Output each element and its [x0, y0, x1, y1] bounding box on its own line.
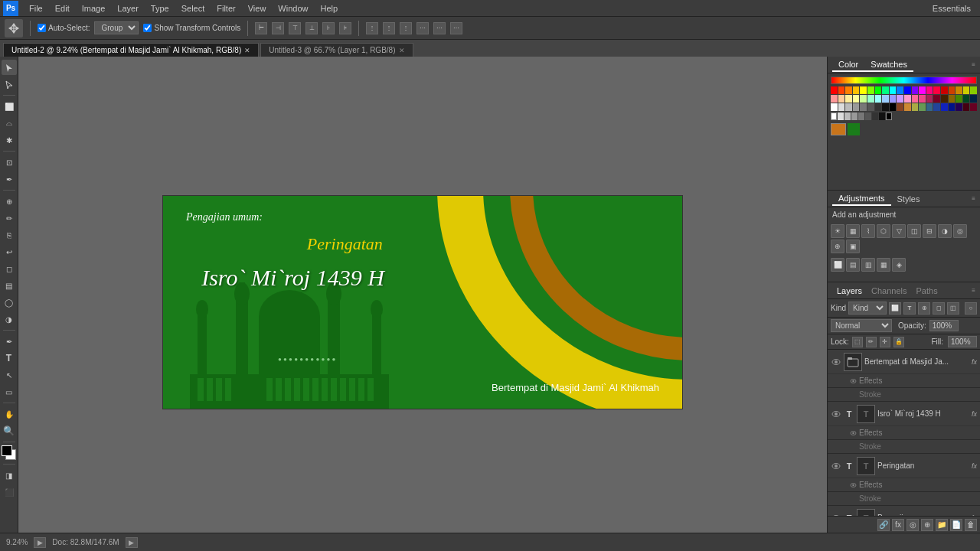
color-panel-header[interactable]: Color Swatches ≡	[828, 57, 980, 73]
filter-smart-icon[interactable]: ◫	[947, 302, 959, 315]
layer-sub-item[interactable]: Stroke	[828, 440, 980, 454]
lock-all-icon[interactable]: 🔒	[893, 337, 904, 347]
lock-image-icon[interactable]: ✏	[866, 337, 877, 347]
filter-pixel-icon[interactable]: ⬜	[889, 302, 901, 315]
opacity-input[interactable]	[929, 320, 959, 331]
tab-untitled2[interactable]: Untitled-2 @ 9.24% (Bertempat di Masjid …	[3, 43, 259, 57]
light-grey-color[interactable]	[838, 112, 844, 120]
swatch-color[interactable]	[853, 95, 860, 103]
foreground-background-colors[interactable]	[2, 445, 17, 461]
layers-tab[interactable]: Layers	[832, 285, 867, 297]
zoom-status-icon[interactable]: ▶	[34, 537, 46, 548]
swatch-color[interactable]	[933, 86, 940, 94]
tab-untitled3[interactable]: Untitled-3 @ 66.7% (Layer 1, RGB/8) ✕	[260, 43, 413, 57]
add-mask-btn[interactable]: ◎	[906, 519, 919, 531]
swatch-color[interactable]	[970, 95, 977, 103]
swatch-color[interactable]	[875, 103, 882, 111]
swatch-color[interactable]	[941, 103, 948, 111]
distribute-right-icon[interactable]: ⋮	[400, 22, 412, 34]
swatch-color[interactable]	[831, 103, 838, 111]
swatch-color[interactable]	[963, 86, 970, 94]
swatch-color[interactable]	[933, 95, 940, 103]
status-arrow-btn[interactable]: ▶	[126, 537, 138, 548]
levels-adjustment-icon[interactable]: ▦	[846, 224, 860, 238]
swatch-color[interactable]	[882, 103, 889, 111]
move-tool-btn[interactable]	[5, 19, 23, 37]
dodge-tool[interactable]: ◑	[2, 311, 17, 327]
align-right-icon[interactable]: ⊤	[289, 22, 301, 34]
swatch-color[interactable]	[897, 103, 903, 111]
swatch-color[interactable]	[875, 86, 882, 94]
selection-tool[interactable]	[2, 60, 17, 75]
auto-select-type[interactable]: Group Layer	[94, 21, 139, 34]
crop-tool[interactable]: ⊡	[2, 155, 17, 170]
path-selection-tool[interactable]: ↖	[2, 367, 17, 383]
distribute-top-icon[interactable]: ⋯	[416, 22, 429, 34]
swatch-color[interactable]	[890, 103, 897, 111]
green-swatch[interactable]	[848, 123, 860, 135]
swatch-color[interactable]	[860, 86, 867, 94]
swatch-color[interactable]	[933, 103, 940, 111]
brightness-adjustment-icon[interactable]: ☀	[831, 224, 844, 238]
screen-mode-tool[interactable]: ⬛	[2, 484, 17, 500]
swatch-color[interactable]	[831, 86, 838, 94]
black-color[interactable]	[886, 112, 892, 120]
white-color[interactable]	[831, 112, 837, 120]
swatch-color[interactable]	[926, 95, 933, 103]
tab-close-untitled2[interactable]: ✕	[244, 47, 250, 54]
swatch-color[interactable]	[882, 86, 889, 94]
fill-input[interactable]	[948, 336, 977, 347]
swatch-color[interactable]	[853, 86, 860, 94]
swatch-color[interactable]	[860, 103, 867, 111]
align-center-h-icon[interactable]: ⊣	[272, 22, 284, 34]
sub-item-eye[interactable]	[849, 391, 857, 399]
workspace-switcher[interactable]: Essentials	[933, 4, 977, 13]
menu-layer[interactable]: Layer	[111, 2, 145, 15]
sub-item-eye[interactable]	[849, 377, 857, 385]
layer-sub-item[interactable]: Stroke	[828, 388, 980, 402]
canvas-area[interactable]: Pengajian umum: Peringatan Isro` Mi`roj …	[18, 57, 827, 533]
layer-row[interactable]: TTPeringatanfx	[828, 454, 980, 478]
swatch-color[interactable]	[956, 95, 962, 103]
hand-tool[interactable]: ✋	[2, 406, 17, 422]
swatch-color[interactable]	[867, 95, 874, 103]
swatch-color[interactable]	[912, 103, 919, 111]
zoom-tool[interactable]: 🔍	[2, 423, 17, 439]
eraser-tool[interactable]: ◻	[2, 261, 17, 276]
adjustments-tab[interactable]: Adjustments	[832, 192, 891, 206]
adjustments-collapse[interactable]: ≡	[972, 195, 975, 202]
gradient-map-icon[interactable]: ▦	[877, 258, 890, 272]
color-tab[interactable]: Color	[832, 58, 864, 72]
swatch-color[interactable]	[845, 86, 852, 94]
swatch-color[interactable]	[882, 95, 889, 103]
swatch-color[interactable]	[845, 103, 852, 111]
quick-mask-tool[interactable]: ◨	[2, 468, 17, 483]
swatch-color[interactable]	[912, 95, 919, 103]
blur-tool[interactable]: ◯	[2, 295, 17, 310]
swatch-color[interactable]	[963, 95, 970, 103]
sub-item-eye[interactable]	[849, 429, 857, 437]
threshold-adjustment-icon[interactable]: ▥	[861, 258, 875, 272]
bw-adjustment-icon[interactable]: ◑	[938, 224, 952, 238]
quick-select-tool[interactable]: ✱	[2, 132, 17, 148]
auto-select-checkbox[interactable]	[38, 24, 46, 32]
align-bottom-icon[interactable]: ⊧	[339, 22, 351, 34]
channels-tab[interactable]: Channels	[867, 285, 911, 297]
shape-tool[interactable]: ▭	[2, 384, 17, 399]
vibrance-adjustment-icon[interactable]: ▽	[892, 224, 906, 238]
brush-tool[interactable]: ✏	[2, 210, 17, 226]
swatch-color[interactable]	[919, 86, 926, 94]
eyedropper-tool[interactable]: ✒	[2, 171, 17, 187]
add-adjustment-btn[interactable]: ⊕	[921, 519, 933, 531]
menu-select[interactable]: Select	[175, 2, 211, 15]
show-transform-checkbox[interactable]	[143, 24, 152, 32]
rectangular-marquee-tool[interactable]: ⬜	[2, 99, 17, 114]
colorbalance-adjustment-icon[interactable]: ⊟	[923, 224, 936, 238]
paths-tab[interactable]: Paths	[912, 285, 942, 297]
swatch-color[interactable]	[919, 103, 926, 111]
filter-adjustment-icon[interactable]: ⊕	[918, 302, 930, 315]
swatch-color[interactable]	[904, 103, 911, 111]
swatch-color[interactable]	[845, 95, 852, 103]
distribute-center-h-icon[interactable]: ⋮	[383, 22, 395, 34]
swatch-color[interactable]	[890, 95, 897, 103]
